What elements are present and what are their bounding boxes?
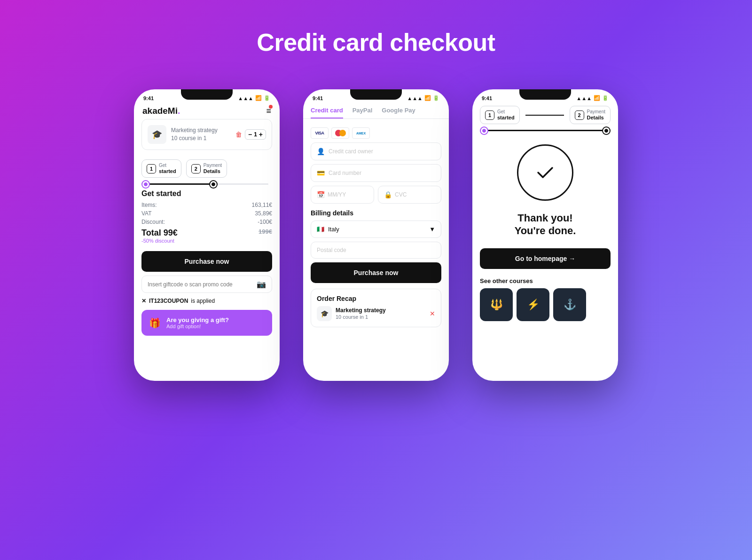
coupon-code: IT123COUPON (149, 298, 188, 304)
course-actions: 🗑 − 1 + (235, 129, 266, 140)
thank-you-text: Thank you! You're done. (472, 212, 618, 245)
progress-dot-start-3 (481, 127, 487, 134)
camera-icon[interactable]: 📷 (257, 280, 266, 289)
status-icons-1: ▲▲▲ 📶 🔋 (238, 95, 270, 101)
coupon-row: ✕ IT123COUPON is applied (134, 297, 280, 308)
step-1-num: 1 (147, 164, 156, 174)
notch-2 (350, 89, 402, 100)
course-text: Marketing strategy 10 course in 1 (171, 126, 218, 142)
promo-input-row[interactable]: 📷 (141, 276, 272, 293)
postal-field[interactable]: Postal code (311, 242, 441, 259)
homepage-button[interactable]: Go to homepage → (480, 248, 611, 269)
person-icon: 👤 (317, 148, 325, 155)
hamburger-button[interactable]: ≡ (266, 106, 271, 116)
course-card: 🎓 Marketing strategy 10 course in 1 🗑 − … (141, 119, 272, 150)
progress-bar-3 (472, 128, 618, 135)
qty-control: − 1 + (245, 129, 266, 140)
course-icon: 🎓 (148, 125, 166, 144)
course-tile-1[interactable]: 🔱 (480, 288, 513, 321)
status-time-3: 9:41 (482, 95, 492, 101)
qty-plus[interactable]: + (259, 131, 263, 138)
qty-minus[interactable]: − (248, 131, 252, 138)
other-courses-label: See other courses (472, 273, 618, 288)
progress-bar-1 (134, 181, 280, 189)
trash-icon[interactable]: 🗑 (235, 131, 242, 138)
promo-input[interactable] (148, 281, 253, 288)
course-tile-2[interactable]: ⚡ (517, 288, 549, 321)
total-row: Total 99€ 199€ (134, 226, 280, 238)
italy-flag: 🇮🇹 (317, 226, 324, 233)
gift-banner[interactable]: 🎁 Are you giving a gift? Add gift option… (141, 310, 272, 336)
app-header-1: akadeMi. ≡ (134, 101, 280, 119)
progress-fill (145, 183, 213, 185)
steps-3: 1 Get started 2 Payment Details (472, 101, 618, 128)
phone-1: 9:41 ▲▲▲ 📶 🔋 akadeMi. ≡ 🎓 Marketing stra… (134, 89, 280, 381)
recap-course-info: 🎓 Marketing strategy 10 course in 1 (317, 306, 386, 321)
gift-text: Are you giving a gift? Add gift option! (166, 316, 229, 329)
step-2-num-3: 2 (575, 110, 584, 120)
billing-title: Billing details (303, 207, 449, 221)
notch-3 (519, 89, 571, 100)
tab-google-pay[interactable]: Google Pay (382, 107, 415, 118)
step-1-label: Get started (159, 163, 176, 174)
owner-field[interactable]: 👤 Credit card owner (311, 142, 441, 160)
dropdown-arrow: ▼ (429, 226, 435, 233)
order-recap-card: Order Recap 🎓 Marketing strategy 10 cour… (311, 289, 441, 327)
lock-icon: 🔒 (384, 191, 392, 198)
app-logo: akadeMi. (142, 106, 180, 116)
success-icon (517, 144, 573, 201)
discount-pct: -50% discount (134, 238, 280, 247)
step-1-label-3: Get started (497, 109, 515, 121)
status-time-1: 9:41 (143, 95, 154, 101)
calendar-icon: 📅 (317, 191, 325, 198)
items-row: Items: 163,11€ (134, 201, 280, 209)
country-dropdown[interactable]: 🇮🇹 Italy ▼ (311, 221, 441, 238)
card-number-field[interactable]: 💳 Card number (311, 164, 441, 182)
course-tile-3[interactable]: ⚓ (553, 288, 586, 321)
recap-item: 🎓 Marketing strategy 10 course in 1 ✕ (317, 306, 435, 321)
progress-dot-end (210, 181, 217, 188)
course-info: 🎓 Marketing strategy 10 course in 1 (148, 125, 218, 144)
section-label: Get started (134, 189, 280, 201)
step-2-label-3: Payment Details (587, 109, 605, 121)
amex-logo: AMEX (352, 127, 370, 139)
page-title: Credit card checkout (257, 28, 495, 56)
progress-fill-3 (484, 130, 607, 131)
status-time-2: 9:41 (313, 95, 323, 101)
expiry-cvc-row: 📅 MM/YY 🔒 CVC (311, 186, 441, 204)
phone-3: 9:41 ▲▲▲ 📶 🔋 1 Get started 2 Payment (472, 89, 618, 381)
step-2-box[interactable]: 2 Payment Details (186, 159, 227, 178)
progress-dot-start (142, 181, 149, 188)
step-2-num: 2 (191, 164, 201, 174)
cvc-field[interactable]: 🔒 CVC (378, 186, 441, 204)
card-icon: 💳 (317, 169, 325, 177)
coupon-remove[interactable]: ✕ (141, 298, 146, 304)
expiry-field[interactable]: 📅 MM/YY (311, 186, 374, 204)
phones-row: 9:41 ▲▲▲ 📶 🔋 akadeMi. ≡ 🎓 Marketing stra… (134, 89, 618, 381)
step-1-box[interactable]: 1 Get started (141, 159, 181, 178)
tab-paypal[interactable]: PayPal (352, 107, 373, 118)
purchase-button-2[interactable]: Purchase now (311, 262, 441, 283)
step-1-num-3: 1 (485, 110, 494, 120)
discount-row: Discount: -100€ (134, 218, 280, 226)
tab-credit-card[interactable]: Credit card (311, 107, 343, 118)
mastercard-logo (331, 127, 349, 139)
recap-remove[interactable]: ✕ (430, 310, 435, 317)
step-connector (525, 115, 564, 116)
payment-tabs: Credit card PayPal Google Pay (303, 101, 449, 119)
vat-row: VAT 35,89€ (134, 209, 280, 218)
step-2-label: Payment Details (204, 163, 222, 174)
phone-2: 9:41 ▲▲▲ 📶 🔋 Credit card PayPal Google P… (303, 89, 449, 381)
recap-course-icon: 🎓 (317, 306, 332, 321)
progress-dot-end-3 (603, 127, 610, 134)
visa-logo: VISA (311, 127, 329, 139)
course-tiles: 🔱 ⚡ ⚓ (472, 288, 618, 321)
step-1-box-3[interactable]: 1 Get started (480, 106, 520, 124)
step-2-box-3[interactable]: 2 Payment Details (570, 106, 611, 124)
recap-title: Order Recap (317, 295, 435, 302)
notification-dot (269, 105, 273, 109)
card-logos: VISA AMEX (303, 124, 449, 142)
status-icons-3: ▲▲▲ 📶 🔋 (576, 95, 609, 101)
purchase-button-1[interactable]: Purchase now (141, 251, 272, 272)
gift-icon: 🎁 (149, 317, 161, 329)
